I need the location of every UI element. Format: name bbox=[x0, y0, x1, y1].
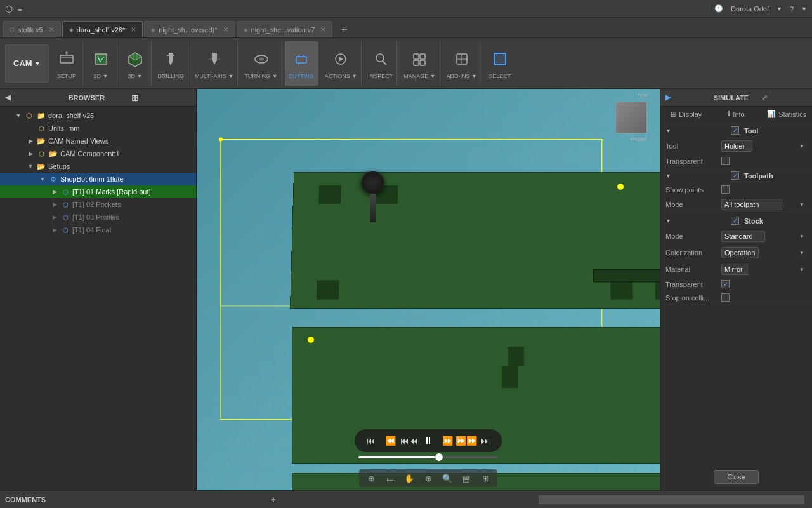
playback-slider-thumb[interactable] bbox=[435, 453, 443, 461]
tree-arrow-op3[interactable]: ▶ bbox=[51, 213, 58, 221]
sim-tab-display[interactable]: 🖥 Display bbox=[660, 107, 711, 123]
tree-op3-label: [T1] 03 Profiles bbox=[72, 213, 193, 221]
view-cube-btn[interactable]: ▭ bbox=[382, 471, 398, 485]
tree-op3[interactable]: ▶ ⬡ [T1] 03 Profiles bbox=[0, 211, 196, 224]
playback-step-back-btn[interactable]: ⏮⏮ bbox=[402, 433, 417, 448]
material-select[interactable]: Mirror Matte Glossy bbox=[721, 264, 749, 275]
add-tab-button[interactable]: + bbox=[336, 22, 351, 37]
view-front-label[interactable]: FRONT bbox=[630, 137, 648, 142]
view-top-label[interactable]: TOP bbox=[638, 93, 648, 98]
toolbar-drilling[interactable]: DRILLING bbox=[154, 41, 189, 86]
colorization-select[interactable]: Operation Feed rate Tool bbox=[721, 247, 759, 258]
stock-mode-select[interactable]: Standard Transparent None bbox=[721, 231, 765, 242]
tree-arrow-op4[interactable]: ▶ bbox=[51, 226, 58, 234]
tree-units[interactable]: ⬡ Units: mm bbox=[0, 122, 196, 135]
user-name[interactable]: Dorota Orlof bbox=[731, 5, 769, 13]
chevron-down-icon-help[interactable]: ▼ bbox=[801, 6, 807, 12]
toolbar-turning[interactable]: TURNING ▼ bbox=[240, 41, 282, 86]
toolbar-manage[interactable]: MANAGE ▼ bbox=[400, 41, 440, 86]
stop-collision-checkbox[interactable] bbox=[721, 293, 730, 302]
tree-op2[interactable]: ▶ ⬡ [T1] 02 Pockets bbox=[0, 198, 196, 211]
tab-close-stolik[interactable]: ✕ bbox=[49, 26, 54, 33]
tab-night2[interactable]: ◈ night_she...vation v7 ✕ bbox=[237, 21, 333, 37]
sim-tab-info[interactable]: ℹ Info bbox=[711, 107, 762, 123]
tree-op1[interactable]: ▶ ⬡ [T1] 01 Marks [Rapid out] bbox=[0, 185, 196, 198]
look-at-btn[interactable]: 🔍 bbox=[439, 471, 455, 485]
simulate-close-button[interactable]: Close bbox=[714, 470, 758, 484]
playback-slider[interactable] bbox=[358, 456, 498, 458]
tree-op4[interactable]: ▶ ⬡ [T1] 04 Final bbox=[0, 224, 196, 236]
tab-close-dora[interactable]: ✕ bbox=[131, 26, 136, 33]
viewport[interactable]: TOP FRONT ⏮ ⏪ ⏮⏮ ⏸ ⏩ ⏩⏩ ⏭ bbox=[197, 89, 660, 490]
tree-root[interactable]: ▼ ⬡ 📁 dora_shelf v26 bbox=[0, 109, 196, 122]
toolbar-setup[interactable]: SETUP bbox=[51, 41, 83, 86]
tree-cam-named-views[interactable]: ▶ 📂 CAM Named Views bbox=[0, 135, 196, 147]
3d-label: 3D ▼ bbox=[128, 73, 143, 79]
tool-transparent-checkbox[interactable] bbox=[721, 157, 730, 165]
cam-menu-button[interactable]: CAM ▼ bbox=[5, 44, 49, 83]
toolbar-cutting[interactable]: CUTTING bbox=[285, 41, 318, 86]
simulate-panel: ▶ SIMULATE ⤢ 🖥 Display ℹ Info 📊 Statisti… bbox=[660, 89, 812, 490]
tree-arrow-root[interactable]: ▼ bbox=[15, 112, 22, 119]
help-icon[interactable]: ? bbox=[790, 5, 794, 13]
toolbar-addins[interactable]: ADD-INS ▼ bbox=[443, 41, 481, 86]
simulate-expand-icon[interactable]: ⤢ bbox=[761, 93, 807, 102]
toolpath-mode-select[interactable]: All toolpath Current operation None bbox=[721, 199, 782, 210]
zoom-fit-btn[interactable]: ⊕ bbox=[363, 471, 379, 485]
show-points-checkbox[interactable] bbox=[721, 185, 730, 194]
cutting-label: CUTTING bbox=[289, 73, 314, 79]
playback-pause-btn[interactable]: ⏸ bbox=[421, 433, 436, 448]
chevron-down-icon[interactable]: ▼ bbox=[776, 6, 782, 12]
app-menu[interactable]: ≡ bbox=[18, 5, 22, 13]
toolbar-multiaxis[interactable]: MULTI-AXIS ▼ bbox=[191, 41, 238, 86]
tree-arrow-shopbot[interactable]: ▼ bbox=[39, 175, 46, 183]
tree-arrow-setups[interactable]: ▼ bbox=[27, 163, 34, 170]
tree-shopbot[interactable]: ▼ ⚙ ShopBot 6mm 1flute bbox=[0, 173, 196, 185]
toolbar-actions[interactable]: ACTIONS ▼ bbox=[321, 41, 362, 86]
tree-arrow-op1[interactable]: ▶ bbox=[51, 188, 58, 196]
show-points-row: Show points bbox=[660, 183, 812, 196]
toolbar-2d[interactable]: 2D ▼ bbox=[86, 41, 117, 86]
operation4-icon: ⬡ bbox=[60, 225, 70, 235]
svg-rect-3 bbox=[95, 54, 107, 64]
zoom-btn[interactable]: ⊕ bbox=[420, 471, 436, 485]
svg-rect-6 bbox=[169, 53, 173, 62]
tree-cam-component[interactable]: ▶ ⬡ 📂 CAM Component:1 bbox=[0, 147, 196, 160]
toolpath-mode-label: Mode bbox=[665, 201, 716, 208]
toolpath-section-header[interactable]: ▼ Toolpath bbox=[660, 168, 812, 183]
stock-section-header[interactable]: ▼ Stock bbox=[660, 213, 812, 228]
tab-close-night2[interactable]: ✕ bbox=[320, 26, 325, 33]
tree-arrow-component[interactable]: ▶ bbox=[27, 150, 34, 157]
grid-btn[interactable]: ⊞ bbox=[477, 471, 494, 485]
toolbar-3d[interactable]: 3D ▼ bbox=[120, 41, 152, 86]
tree-setups[interactable]: ▼ 📂 Setups bbox=[0, 160, 196, 173]
tab-stolik[interactable]: ⬡ stolik v5 ✕ bbox=[3, 21, 61, 37]
stock-transparent-checkbox[interactable] bbox=[721, 280, 730, 288]
sim-tab-statistics[interactable]: 📊 Statistics bbox=[761, 107, 812, 123]
display-settings-btn[interactable]: ▤ bbox=[458, 471, 475, 485]
toolbar-select[interactable]: SELECT bbox=[484, 41, 516, 86]
stock-enabled-checkbox[interactable] bbox=[731, 217, 739, 225]
playback-start-btn[interactable]: ⏮ bbox=[363, 433, 379, 448]
tool-select[interactable]: Holder Full tool None bbox=[721, 140, 752, 152]
tabbar: ⬡ stolik v5 ✕ ◈ dora_shelf v26* ✕ ◈ nigh… bbox=[0, 18, 812, 38]
playback-prev-btn[interactable]: ⏪ bbox=[383, 433, 398, 448]
comments-add-icon[interactable]: + bbox=[271, 495, 537, 505]
view-cube[interactable]: TOP FRONT bbox=[609, 102, 653, 146]
tab-night1[interactable]: ◈ night_sh...overed)* ✕ bbox=[144, 21, 235, 37]
playback-next-btn[interactable]: ⏩⏩ bbox=[459, 433, 474, 448]
playback-end-btn[interactable]: ⏭ bbox=[478, 433, 493, 448]
tool-enabled-checkbox[interactable] bbox=[731, 126, 739, 135]
tree-op2-label: [T1] 02 Pockets bbox=[72, 201, 193, 208]
toolbar-inspect[interactable]: INSPECT bbox=[364, 41, 397, 86]
browser-pin-icon[interactable]: ⊞ bbox=[131, 93, 191, 103]
tab-close-night1[interactable]: ✕ bbox=[223, 26, 228, 33]
tab-dora[interactable]: ◈ dora_shelf v26* ✕ bbox=[62, 21, 143, 37]
tool-section-header[interactable]: ▼ Tool bbox=[660, 123, 812, 138]
playback-step-fwd-btn[interactable]: ⏩ bbox=[440, 433, 455, 448]
collapse-icon[interactable]: ◀ bbox=[5, 93, 65, 102]
tree-arrow-op2[interactable]: ▶ bbox=[51, 201, 58, 208]
pan-btn[interactable]: ✋ bbox=[401, 471, 417, 485]
tree-arrow-named-views[interactable]: ▶ bbox=[27, 137, 34, 145]
toolpath-enabled-checkbox[interactable] bbox=[731, 171, 739, 180]
